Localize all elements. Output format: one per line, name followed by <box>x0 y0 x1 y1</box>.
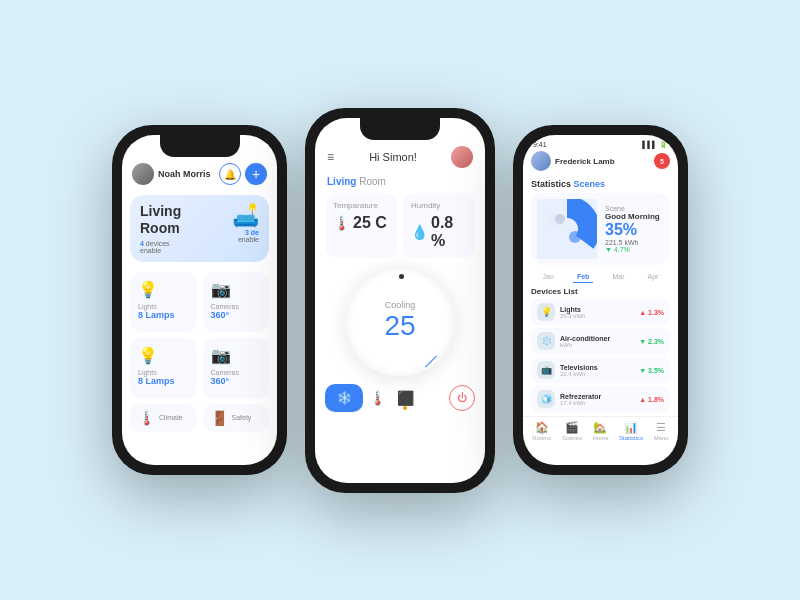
p1-lights-card-1[interactable]: 💡 Lights 8 Lamps <box>130 272 197 332</box>
p3-fridge-icon: 🧊 <box>537 390 555 408</box>
p1-devices-count: 3 deenable <box>232 229 259 243</box>
p1-climate-label: Climate <box>159 414 183 421</box>
p1-lights-card-2[interactable]: 💡 Lights 8 Lamps <box>130 338 197 398</box>
p2-room-label: Living Room <box>315 174 485 193</box>
p2-temperature-card: Temparature 🌡️ 25 C <box>325 193 397 258</box>
p1-safety-label: Safety <box>232 414 252 421</box>
p2-user-avatar <box>451 146 473 168</box>
p3-month-apr[interactable]: Apr <box>644 271 663 283</box>
p2-thermostat-circle[interactable]: Cooling 25 <box>345 266 455 376</box>
p2-humidity-card: Humdity 💧 0.8% <box>403 193 475 258</box>
p1-safety-icon: 🚪 <box>211 410 228 426</box>
p3-nav-menu[interactable]: ☰ Menu <box>654 421 669 441</box>
p1-cameras-label-2: Cameras <box>211 369 262 376</box>
p2-power-button[interactable]: ⏻ <box>449 385 475 411</box>
p3-month-feb[interactable]: Feb <box>573 271 593 283</box>
p1-cameras-card-1[interactable]: 📷 Cameras 360° <box>203 272 270 332</box>
p2-extra-tab[interactable]: ⬛ <box>391 384 419 412</box>
phone-1: Noah Morris 🔔 + LivingRoom 4 devicesenab… <box>112 125 287 475</box>
p3-chart-info: Scene Good Morning 35% 221.5 kWh ▼ 4.7% <box>605 205 664 253</box>
p3-scenes-label: Scenes <box>562 435 582 441</box>
p1-safety-item[interactable]: 🚪 Safety <box>203 404 270 432</box>
p1-lights-label-2: Lights <box>138 369 189 376</box>
p3-home-icon: 🏡 <box>593 421 607 434</box>
p1-cameras-card-2[interactable]: 📷 Cameras 360° <box>203 338 270 398</box>
p3-ac-name: Air-conditioner <box>560 335 634 342</box>
p3-device-list: 💡 Lights 25.3 kWh ▲ 1.3% ❄️ Air-conditio… <box>523 299 678 412</box>
p3-device-ac[interactable]: ❄️ Air-conditioner kWh ▼ 2.3% <box>531 328 670 354</box>
p1-devices-enabled: 4 devicesenable <box>140 240 181 254</box>
p3-nav-scenes[interactable]: 🎬 Scenes <box>562 421 582 441</box>
p3-fridge-info: Refrezerator 17.4 kWh <box>560 393 634 406</box>
p1-climate-item[interactable]: 🌡️ Climate <box>130 404 197 432</box>
p3-tv-info: Televisions 22.4 kWh <box>560 364 634 377</box>
p2-humidity-value: 0.8% <box>431 214 453 250</box>
phone-2: ≡ Hi Simon! Living Room Temparature 🌡️ 2… <box>305 108 495 493</box>
p3-month-jan[interactable]: Jan <box>539 271 558 283</box>
p1-room-icon: 🛋️ <box>232 203 259 229</box>
p3-notification-badge: 5 <box>654 153 670 169</box>
p2-menu-icon[interactable]: ≡ <box>327 150 335 164</box>
p3-menu-label: Menu <box>654 435 669 441</box>
p3-lights-kwh: 25.3 kWh <box>560 313 634 319</box>
p3-user-avatar <box>531 151 551 171</box>
p3-rooms-icon: 🏠 <box>535 421 549 434</box>
p3-section-tabs: Statistics Scenes <box>523 177 678 193</box>
p3-device-tv[interactable]: 📺 Televisions 22.4 kWh ▼ 3.5% <box>531 357 670 383</box>
p3-month-mar[interactable]: Mar <box>608 271 628 283</box>
p1-light-icon-1: 💡 <box>138 280 189 299</box>
p2-tab-dot <box>403 406 407 410</box>
p1-cameras-value-1: 360° <box>211 310 262 320</box>
p1-bottom-grid: 🌡️ Climate 🚪 Safety <box>122 404 277 438</box>
p3-scenes-tab[interactable]: Scenes <box>574 179 606 189</box>
p3-nav-home[interactable]: 🏡 Home <box>592 421 608 441</box>
p3-ac-change: ▼ 2.3% <box>639 338 664 345</box>
p1-add-button[interactable]: + <box>245 163 267 185</box>
p3-tv-kwh: 22.4 kWh <box>560 371 634 377</box>
p3-tv-icon: 📺 <box>537 361 555 379</box>
p2-circle-indicator <box>425 355 437 367</box>
p2-heat-tab[interactable]: 🌡️ <box>363 384 391 412</box>
p3-time: 9:41 <box>533 141 547 149</box>
p3-chart-percentage: 35% <box>605 221 664 239</box>
p1-lights-value-2: 8 Lamps <box>138 376 189 386</box>
p3-nav-statistics[interactable]: 📊 Statistics <box>619 421 643 441</box>
p3-month-tabs: Jan Feb Mar Apr <box>523 269 678 287</box>
p1-room-banner[interactable]: LivingRoom 4 devicesenable 🛋️ 3 deenable <box>130 195 269 262</box>
phone-1-notch <box>160 135 240 157</box>
p3-tv-change: ▼ 3.5% <box>639 367 664 374</box>
p2-humidity-icon: 💧 <box>411 224 428 240</box>
p1-climate-icon: 🌡️ <box>138 410 155 426</box>
p2-cooling-label: Cooling <box>385 300 416 310</box>
p2-cooling-value: 25 <box>384 310 415 342</box>
p3-chart-area: Scene Good Morning 35% 221.5 kWh ▼ 4.7% <box>531 193 670 265</box>
p2-circle-dot <box>399 274 404 279</box>
p3-rooms-label: Rooms <box>532 435 551 441</box>
p3-pie-chart <box>537 199 597 259</box>
p3-nav-rooms[interactable]: 🏠 Rooms <box>532 421 551 441</box>
p1-lights-value-1: 8 Lamps <box>138 310 189 320</box>
p1-notification-button[interactable]: 🔔 <box>219 163 241 185</box>
p2-ac-tab[interactable]: ❄️ <box>325 384 363 412</box>
p2-humidity-label: Humdity <box>411 201 467 210</box>
p3-statistics-tab[interactable]: Statistics <box>531 179 571 189</box>
p3-fridge-change: ▲ 1.8% <box>639 396 664 403</box>
p2-thermometer-icon: 🌡️ <box>333 215 350 231</box>
p2-greeting: Hi Simon! <box>369 151 417 163</box>
p1-device-grid: 💡 Lights 8 Lamps 📷 Cameras 360° 💡 Lights… <box>122 266 277 404</box>
p3-chart-kwh: 221.5 kWh <box>605 239 664 246</box>
p1-light-icon-2: 💡 <box>138 346 189 365</box>
svg-point-4 <box>569 231 581 243</box>
p2-thermostat[interactable]: Cooling 25 <box>325 266 475 376</box>
p1-camera-icon-1: 📷 <box>211 280 262 299</box>
p3-device-fridge[interactable]: 🧊 Refrezerator 17.4 kWh ▲ 1.8% <box>531 386 670 412</box>
p2-temp-value: 25 C <box>353 214 387 232</box>
p2-room-text: Room <box>359 176 386 187</box>
p3-lights-icon: 💡 <box>537 303 555 321</box>
p3-lights-info: Lights 25.3 kWh <box>560 306 634 319</box>
p3-chart-change: ▼ 4.7% <box>605 246 664 253</box>
p3-device-lights[interactable]: 💡 Lights 25.3 kWh ▲ 1.3% <box>531 299 670 325</box>
p3-fridge-name: Refrezerator <box>560 393 634 400</box>
phone-3-screen: 9:41 ▌▌▌ 🔋 Frederick Lamb 5 Statistics S… <box>523 135 678 465</box>
p1-user-name: Noah Morris <box>158 169 219 179</box>
